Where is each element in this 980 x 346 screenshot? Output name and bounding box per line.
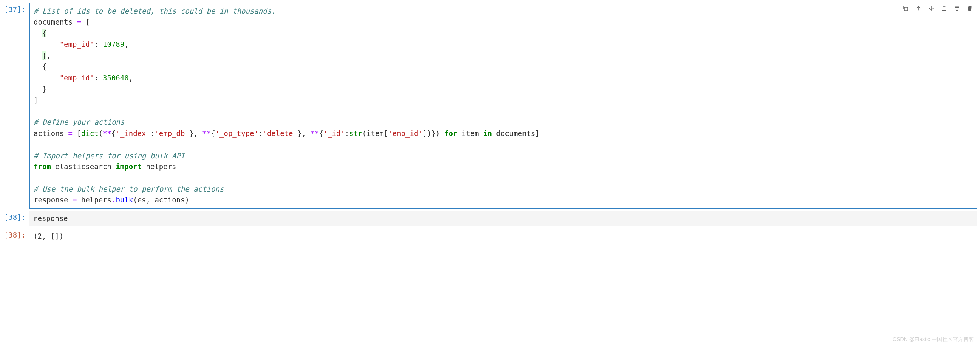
cell-toolbar: [902, 5, 974, 12]
code-string: "emp_id": [60, 74, 94, 82]
code-operator: **: [103, 129, 111, 138]
code-keyword: from: [33, 162, 51, 171]
delete-icon[interactable]: [966, 5, 974, 12]
code-keyword: in: [483, 129, 492, 138]
move-down-icon[interactable]: [928, 5, 935, 12]
code-operator: **: [202, 129, 211, 138]
code-string: 'emp_id': [388, 129, 423, 138]
code-number: 350648: [103, 74, 129, 82]
code-brace: }: [42, 51, 46, 60]
code-string: 'emp_db': [154, 129, 189, 138]
code-input-area[interactable]: # List of ids to be deleted, this could …: [29, 3, 977, 208]
insert-below-icon[interactable]: [953, 5, 961, 12]
code-input-area[interactable]: response: [29, 211, 977, 226]
code-number: 10789: [103, 40, 124, 48]
code-function: bulk: [116, 196, 133, 204]
code-builtin: dict: [81, 129, 99, 138]
code-string: '_op_type': [215, 129, 258, 138]
code-operator: =: [77, 18, 81, 26]
code-operator: .: [111, 196, 116, 204]
code-string: '_index': [116, 129, 150, 138]
cell-prompt-in: [38]:: [3, 211, 29, 226]
code-text: actions: [154, 196, 185, 204]
code-text: actions: [33, 129, 64, 138]
insert-above-icon[interactable]: [940, 5, 948, 12]
move-up-icon[interactable]: [915, 5, 922, 12]
code-cell-37: [37]: # List of ids to be deleted, this …: [3, 3, 977, 208]
duplicate-icon[interactable]: [902, 5, 909, 12]
output-cell-38: [38]: (2, []): [3, 229, 977, 244]
code-brace: {: [42, 29, 46, 37]
code-comment: # List of ids to be deleted, this could …: [33, 7, 276, 15]
code-text: response: [33, 196, 68, 204]
cell-prompt-out: [38]:: [3, 229, 29, 244]
code-keyword: for: [444, 129, 457, 138]
code-comment: # Import helpers for using bulk API: [33, 151, 185, 160]
code-string: "emp_id": [60, 40, 94, 48]
code-text: helpers: [146, 162, 176, 171]
svg-rect-0: [904, 7, 908, 11]
code-text: documents: [33, 18, 73, 26]
code-builtin: str: [349, 129, 362, 138]
code-string: 'delete': [262, 129, 298, 138]
code-keyword: import: [116, 162, 142, 171]
code-cell-38: [38]: response: [3, 211, 977, 226]
code-text: helpers: [81, 196, 111, 204]
cell-prompt-in: [37]:: [3, 3, 29, 208]
code-operator: =: [73, 196, 77, 204]
code-text: item: [462, 129, 479, 138]
code-comment: # Define your actions: [33, 118, 124, 126]
code-text: es: [137, 196, 146, 204]
code-comment: # Use the bulk helper to perform the act…: [33, 185, 224, 193]
code-text: response: [33, 214, 68, 222]
output-text: (2, []): [29, 229, 977, 244]
code-operator: =: [68, 129, 73, 138]
code-text: documents: [496, 129, 535, 138]
code-operator: **: [310, 129, 319, 138]
code-text: elasticsearch: [55, 162, 111, 171]
code-text: item: [366, 129, 384, 138]
code-string: '_id': [323, 129, 345, 138]
